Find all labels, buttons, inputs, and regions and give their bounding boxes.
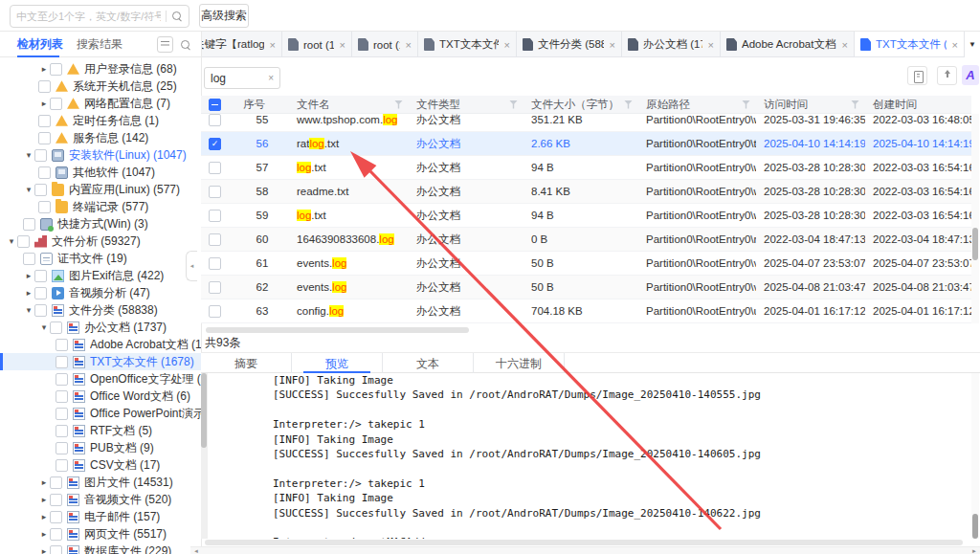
tree-item[interactable]: Office PowerPoint演示文稿 (... — [0, 405, 201, 422]
row-checkbox[interactable] — [209, 210, 221, 222]
filter-funnel-icon[interactable] — [624, 100, 633, 109]
preview-tab-item[interactable]: 摘要 — [201, 353, 292, 374]
tree-item-checkbox[interactable] — [34, 149, 47, 162]
tree-item-checkbox[interactable] — [56, 442, 68, 454]
tree-item[interactable]: ▾内置应用(Linux) (577) — [0, 181, 201, 198]
close-tab-icon[interactable]: × — [842, 39, 848, 51]
select-all-checkbox[interactable] — [209, 99, 221, 111]
table-row[interactable]: 601646390833608.log办公文档0 BPartition0\Roo… — [201, 228, 971, 252]
tree-item[interactable]: 终端记录 (577) — [0, 198, 201, 215]
tree-item[interactable]: ▸数据库文件 (229) — [0, 543, 201, 554]
table-row[interactable]: 61events.log办公文档50 BPartition0\RootEntry… — [201, 252, 971, 276]
tree-item-checkbox[interactable] — [23, 253, 35, 265]
tree-item[interactable]: 证书文件 (19) — [0, 250, 201, 267]
tree-item-checkbox[interactable] — [38, 166, 51, 179]
tree-item-checkbox[interactable] — [34, 287, 47, 299]
filter-funnel-icon[interactable] — [509, 100, 518, 109]
close-tab-icon[interactable]: × — [406, 39, 412, 51]
row-checkbox[interactable] — [209, 233, 221, 246]
tree-item[interactable]: ▾文件分类 (58838) — [0, 301, 201, 319]
bottom-scrollbar[interactable] — [190, 546, 980, 554]
document-tab[interactable]: root (1)× — [352, 32, 418, 57]
tree-item[interactable]: ▸网络配置信息 (7) — [0, 95, 201, 112]
preview-tab-item[interactable]: 文本 — [383, 353, 474, 374]
tree-item[interactable]: ▸音视频分析 (47) — [0, 284, 201, 301]
tab-materials-list[interactable]: 检材列表 — [17, 36, 63, 53]
tab-list-dropdown-button[interactable]: ▼ — [964, 32, 980, 57]
table-vscrollbar[interactable] — [971, 114, 979, 323]
tree-item-checkbox[interactable] — [56, 459, 68, 472]
tree-item-checkbox[interactable] — [50, 494, 62, 506]
collapse-node-icon[interactable]: ▾ — [38, 322, 50, 332]
close-tab-icon[interactable]: × — [340, 39, 345, 51]
table-row[interactable]: 57log.txt办公文档94 BPartition0\RootEntry0\w… — [201, 156, 971, 180]
row-checkbox[interactable]: ✓ — [209, 138, 221, 150]
tree-item[interactable]: ▾办公文档 (1737) — [0, 319, 201, 336]
table-vscrollbar-thumb[interactable] — [972, 228, 978, 260]
tree-item-checkbox[interactable] — [34, 270, 47, 282]
tree-item[interactable]: 服务信息 (142) — [0, 129, 201, 146]
expand-node-icon[interactable]: ▸ — [38, 546, 50, 554]
tree-item[interactable]: ▸网页文件 (5517) — [0, 525, 201, 543]
preview-left-scrollbar-thumb[interactable] — [201, 373, 207, 448]
row-checkbox[interactable] — [209, 114, 221, 126]
tree-item[interactable]: 系统开关机信息 (25) — [0, 78, 201, 95]
collapse-node-icon[interactable]: ▾ — [23, 185, 34, 194]
tree-item[interactable]: 定时任务信息 (1) — [0, 112, 201, 129]
tree-item-checkbox[interactable] — [56, 356, 68, 368]
tree-item[interactable]: 快捷方式(Win) (3) — [0, 215, 201, 233]
document-tab[interactable]: 文件分类 (58838)× — [517, 32, 622, 57]
table-row[interactable]: 63config.log办公文档704.18 KBPartition0\Root… — [201, 299, 971, 323]
tree-item-checkbox[interactable] — [38, 80, 51, 93]
tree-item-checkbox[interactable] — [50, 545, 62, 554]
document-tab[interactable]: 办公文档 (1737)× — [622, 32, 721, 57]
expand-node-icon[interactable]: ▸ — [23, 271, 34, 280]
filter-funnel-icon[interactable] — [851, 100, 859, 109]
tree-item[interactable]: RTF文档 (5) — [0, 422, 201, 439]
tree-item-checkbox[interactable] — [50, 528, 62, 541]
preview-vscrollbar-thumb[interactable] — [972, 514, 978, 539]
tree-item-checkbox[interactable] — [17, 235, 30, 248]
tree-item-checkbox[interactable] — [56, 408, 68, 420]
tab-search-results[interactable]: 搜索结果 — [77, 36, 122, 53]
table-row[interactable]: 62events.log办公文档50 BPartition0\RootEntry… — [201, 276, 971, 299]
tree-item-checkbox[interactable] — [56, 425, 68, 437]
file-preview-pane[interactable]: [INFO] Taking Image[SUCCESS] Succesfully… — [208, 373, 971, 539]
tree-item[interactable]: ▸图片文件 (14531) — [0, 474, 201, 491]
tree-search-icon[interactable] — [180, 39, 191, 51]
collapse-node-icon[interactable]: ▾ — [6, 236, 17, 246]
tree-item[interactable]: PUB文档 (9) — [0, 439, 201, 456]
tree-item-checkbox[interactable] — [56, 339, 68, 351]
tree-item-checkbox[interactable] — [38, 201, 51, 213]
list-view-toggle-button[interactable] — [157, 36, 173, 53]
row-checkbox[interactable] — [209, 305, 221, 318]
ai-assistant-button[interactable]: A — [962, 65, 979, 85]
preview-tab-active[interactable]: 预览 — [292, 353, 383, 374]
close-tab-icon[interactable]: × — [504, 39, 510, 51]
expand-node-icon[interactable]: ▸ — [23, 288, 34, 298]
tree-item-checkbox[interactable] — [50, 321, 62, 334]
document-tab[interactable]: Adobe Acrobat文档 (19)× — [721, 32, 855, 57]
close-tab-icon[interactable]: × — [708, 39, 714, 51]
document-tab[interactable]: 关键字【ratlog】(1)× — [201, 32, 282, 57]
row-checkbox[interactable] — [209, 281, 221, 294]
tree-item[interactable]: Adobe Acrobat文档 (19) — [0, 336, 201, 353]
tree-item[interactable]: ▾文件分析 (59327) — [0, 233, 201, 250]
collapse-sidebar-handle[interactable]: ◂ — [186, 251, 197, 281]
table-row[interactable]: ✓56ratlog.txt办公文档2.66 KBPartition0\RootE… — [201, 132, 971, 156]
expand-node-icon[interactable]: ▸ — [38, 495, 50, 504]
close-tab-icon[interactable]: × — [270, 39, 276, 51]
preview-tab-item[interactable]: 十六进制 — [474, 353, 565, 374]
table-row[interactable]: 58readme.txt办公文档8.41 KBPartition0\RootEn… — [201, 180, 971, 204]
close-tab-icon[interactable]: × — [610, 39, 615, 51]
table-hscrollbar-thumb[interactable] — [206, 327, 469, 333]
scroll-right-icon[interactable]: ► — [971, 547, 977, 554]
tree-item[interactable]: Office Word文档 (6) — [0, 388, 201, 405]
export-icon[interactable] — [937, 66, 957, 85]
close-tab-icon[interactable]: × — [952, 39, 958, 51]
row-checkbox[interactable] — [209, 257, 221, 270]
tree-item-checkbox[interactable] — [23, 218, 35, 231]
filter-funnel-icon[interactable] — [742, 100, 750, 109]
expand-node-icon[interactable]: ▸ — [38, 64, 50, 74]
collapse-node-icon[interactable]: ▾ — [23, 150, 34, 160]
